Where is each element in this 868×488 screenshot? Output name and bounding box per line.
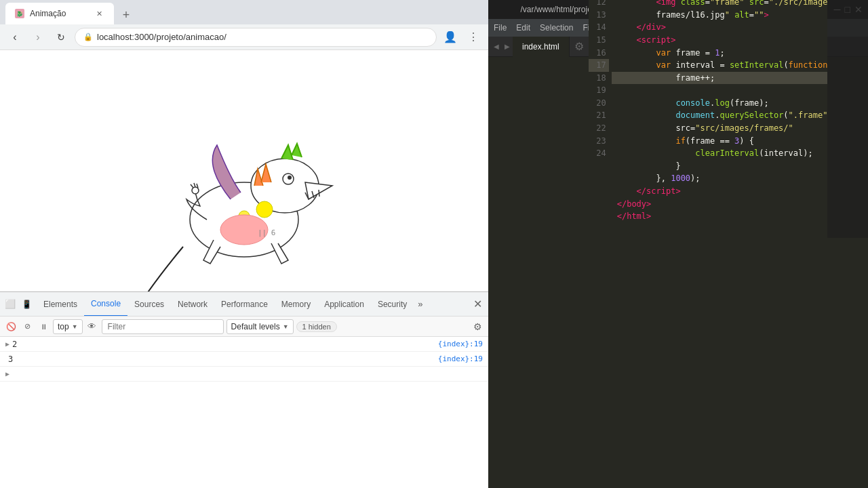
menu-button[interactable]: ⋮ (464, 28, 483, 47)
context-arrow-icon: ▼ (72, 323, 78, 330)
tab-favicon: 🐉 (15, 9, 24, 18)
console-location[interactable]: {index}:19 (438, 354, 483, 363)
tab-application[interactable]: Application (317, 292, 371, 317)
tab-sources[interactable]: Sources (127, 292, 171, 317)
editor-tab-bar: ◀ ▶ index.html ⚙ 123456 789101112 131415… (488, 37, 868, 57)
dragon-illustration (108, 104, 448, 291)
console-expand-icon: ▶ (5, 370, 9, 378)
editor-tab-arrows: ◀ ▶ (491, 37, 513, 57)
line-numbers: 123456 789101112 13141516 17 1819202122 … (589, 0, 612, 238)
editor-tab-right-arrow[interactable]: ▶ (502, 37, 513, 57)
back-button[interactable]: ‹ (5, 28, 24, 47)
tab-security[interactable]: Security (371, 292, 414, 317)
tab-close-icon[interactable]: ✕ (94, 8, 104, 19)
inspect-icon[interactable]: ⬜ (3, 297, 18, 312)
tab-network[interactable]: Network (171, 292, 214, 317)
console-value: 2 (12, 340, 17, 349)
devtools-close-button[interactable]: ✕ (469, 296, 486, 312)
editor-tab-left-arrow[interactable]: ◀ (491, 37, 502, 57)
console-value: 3 (8, 354, 13, 364)
pause-exception-icon[interactable]: ⏸ (37, 320, 50, 333)
levels-label: Default levels (231, 322, 280, 331)
show-icon[interactable]: 👁 (85, 320, 99, 333)
console-row: ▶ (0, 367, 488, 382)
editor-tab-settings-icon[interactable]: ⚙ (570, 37, 589, 56)
forward-button[interactable]: › (28, 28, 47, 47)
tab-memory[interactable]: Memory (275, 292, 317, 317)
menu-edit[interactable]: Edit (516, 23, 530, 33)
context-value: top (58, 322, 69, 331)
tab-title: Animação (30, 9, 66, 18)
url-text: localhost:3000/projeto/animacao/ (97, 32, 226, 42)
menu-file[interactable]: File (494, 23, 507, 33)
expand-arrow-icon: ▶ (5, 340, 9, 348)
context-selector[interactable]: top ▼ (53, 319, 83, 334)
coordinates-text: || 6 (258, 228, 276, 237)
tab-elements[interactable]: Elements (37, 292, 84, 317)
svg-point-4 (256, 201, 273, 218)
minimap: <!DOCTYPE html> <html lang="en"> <head> … (827, 0, 868, 238)
console-row: ▶ 2 {index}:19 (0, 337, 488, 352)
editor-active-tab[interactable]: index.html (513, 37, 570, 57)
address-bar: ‹ › ↻ 🔒 localhost:3000/projeto/animacao/… (0, 24, 488, 50)
console-settings-icon[interactable]: ⚙ (471, 320, 484, 333)
hidden-messages-badge[interactable]: 1 hidden (296, 321, 337, 332)
tab-performance[interactable]: Performance (214, 292, 275, 317)
devtools-tab-bar: ⬜ 📱 Elements Console Sources Network Per… (0, 292, 488, 317)
url-lock-icon: 🔒 (83, 33, 93, 41)
console-location[interactable]: {index}:19 (438, 340, 483, 348)
browser-tab[interactable]: 🐉 Animação ✕ (5, 3, 114, 24)
device-icon[interactable]: 📱 (19, 297, 34, 312)
clear-console-icon[interactable]: 🚫 (4, 320, 18, 333)
editor: /var/www/html/projeto/animacao/index.htm… (488, 0, 868, 488)
console-output: ▶ 2 {index}:19 3 {index}:19 ▶ (0, 337, 488, 488)
devtools-panel: ⬜ 📱 Elements Console Sources Network Per… (0, 291, 488, 488)
profile-icon[interactable]: 👤 (441, 28, 460, 47)
levels-arrow-icon: ▼ (283, 323, 289, 330)
code-area[interactable]: <!DOCTYPE html> <html lang="en"> <head> … (612, 0, 827, 238)
editor-body: 123456 789101112 13141516 17 1819202122 … (589, 0, 868, 238)
page-viewport: || 6 (0, 50, 488, 291)
tab-more[interactable]: » (414, 292, 427, 317)
reload-button[interactable]: ↻ (52, 28, 71, 47)
tab-console[interactable]: Console (84, 292, 127, 317)
svg-point-7 (192, 187, 199, 194)
filter-input[interactable] (102, 319, 224, 334)
new-tab-button[interactable]: + (117, 5, 136, 24)
url-input[interactable]: 🔒 localhost:3000/projeto/animacao/ (75, 28, 437, 47)
console-toolbar: 🚫 ⊘ ⏸ top ▼ 👁 Default levels ▼ 1 hidden … (0, 317, 488, 337)
console-row: 3 {index}:19 (0, 352, 488, 367)
preserve-log-icon[interactable]: ⊘ (20, 320, 34, 333)
devtools-icons: ⬜ 📱 (3, 297, 34, 312)
menu-selection[interactable]: Selection (540, 23, 573, 33)
levels-selector[interactable]: Default levels ▼ (226, 319, 294, 334)
svg-point-3 (288, 176, 292, 180)
